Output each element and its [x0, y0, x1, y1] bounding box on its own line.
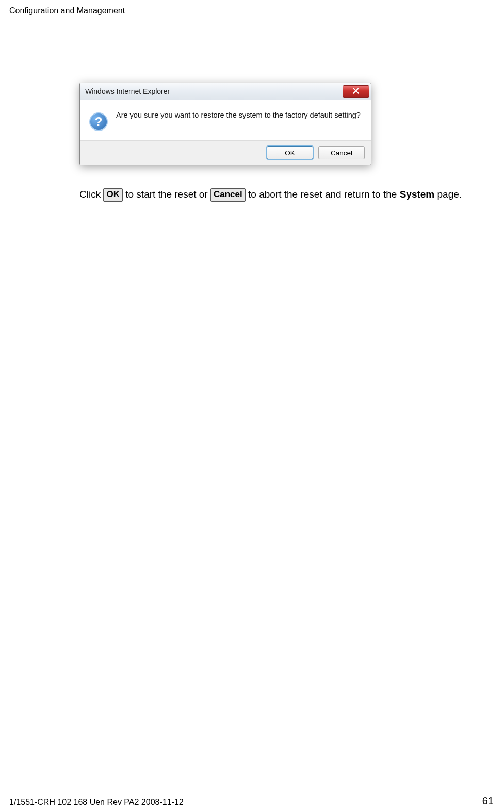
inline-cancel-button: Cancel	[210, 188, 246, 202]
dialog-message: Are you sure you want to restore the sys…	[116, 110, 361, 121]
text-fragment: page.	[434, 189, 462, 200]
inline-ok-button: OK	[103, 188, 123, 202]
text-fragment: to start the reset or	[123, 189, 210, 200]
dialog-titlebar: Windows Internet Explorer	[80, 83, 371, 100]
instruction-paragraph: Click OK to start the reset or Cancel to…	[79, 188, 477, 202]
cancel-button[interactable]: Cancel	[318, 146, 365, 159]
question-icon: ?	[89, 112, 108, 131]
ok-button[interactable]: OK	[267, 146, 313, 159]
dialog-body: ? Are you sure you want to restore the s…	[80, 100, 371, 140]
section-header: Configuration and Management	[9, 6, 125, 15]
text-fragment: Click	[79, 189, 103, 200]
dialog-title: Windows Internet Explorer	[85, 87, 170, 95]
system-page-name: System	[400, 189, 435, 200]
close-icon	[353, 88, 359, 95]
text-fragment: to abort the reset and return to the	[246, 189, 400, 200]
close-button[interactable]	[343, 85, 369, 98]
dialog-button-row: OK Cancel	[80, 140, 371, 165]
footer-document-id: 1/1551-CRH 102 168 Uen Rev PA2 2008-11-1…	[9, 798, 184, 807]
footer-page-number: 61	[482, 795, 494, 807]
confirmation-dialog: Windows Internet Explorer ? Are you sure…	[79, 83, 371, 165]
